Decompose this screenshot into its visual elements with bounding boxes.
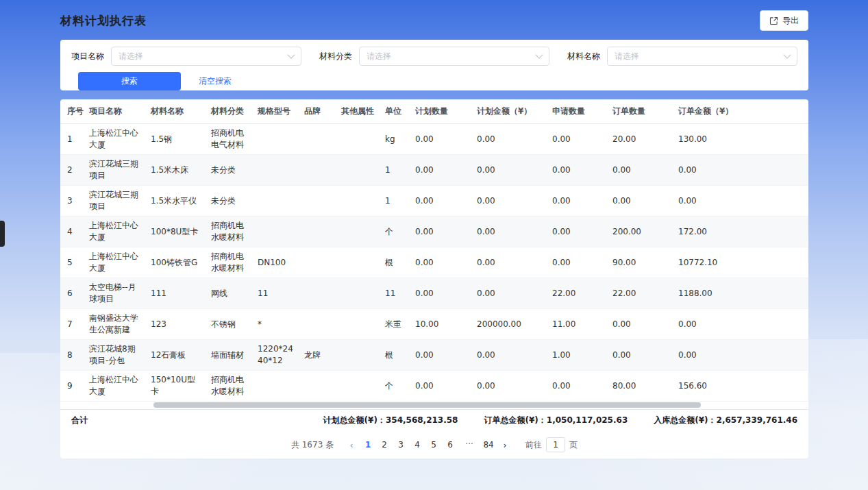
table-cell: 网线: [206, 278, 252, 309]
table-cell: [336, 217, 380, 247]
column-header-5: 品牌: [299, 99, 336, 124]
table-cell: 滨江花城三期项目: [84, 186, 145, 217]
next-page-button[interactable]: ›: [497, 437, 513, 453]
table-cell: 0.00: [547, 155, 607, 186]
filter-select-1[interactable]: 请选择: [359, 47, 549, 66]
chevron-down-icon: [287, 51, 295, 58]
table-cell: 未分类: [206, 155, 252, 186]
select-placeholder-0: 请选择: [119, 51, 143, 62]
table-cell: 0.00: [607, 309, 673, 340]
topbar: 材料计划执行表 导出: [60, 9, 808, 32]
table-cell: 招商机电电气材料: [206, 124, 252, 155]
table-cell: 0.00: [410, 340, 471, 371]
table-cell: 123: [145, 309, 206, 340]
table-cell: 1.5钢: [145, 124, 206, 155]
table-cell: 4: [60, 217, 84, 247]
table-cell: 未分类: [206, 186, 252, 217]
table-cell: 南钢盛达大学生公寓新建: [84, 309, 145, 340]
app-root: 材料计划执行表 导出 项目名称请选择材料分类请选择材料名称请选择 搜索 清空搜索: [0, 0, 868, 490]
table-row: 2滨江花城三期项目1.5米木床未分类10.000.000.000.000.00: [60, 155, 808, 186]
table-cell: 0.00: [607, 340, 673, 371]
page-title: 材料计划执行表: [60, 13, 147, 29]
goto-suffix-label: 页: [569, 439, 578, 451]
table-cell: [299, 247, 336, 278]
table-cell: 1: [380, 155, 410, 186]
column-header-0: 序号: [60, 99, 84, 124]
table-cell: 个: [380, 217, 410, 247]
summary-item-value-0: 354,568,213.58: [386, 415, 458, 425]
page-button-3[interactable]: 3: [393, 437, 409, 453]
pagination-ellipsis: ...: [458, 437, 480, 453]
table-cell: 22.00: [607, 278, 673, 309]
table-cell: 200000.00: [471, 309, 547, 340]
table-cell: [252, 155, 299, 186]
chevron-down-icon: [535, 51, 543, 58]
horizontal-scrollbar-thumb[interactable]: [153, 402, 701, 408]
table-cell: 1.00: [547, 340, 607, 371]
table-cell: 0.00: [471, 278, 547, 309]
export-button[interactable]: 导出: [760, 10, 808, 31]
page-button-2[interactable]: 2: [376, 437, 393, 453]
summary-item-value-1: 1,050,117,025.63: [547, 415, 628, 425]
table-row: 7南钢盛达大学生公寓新建123不锈钢*米重10.00200000.0011.00…: [60, 309, 808, 340]
summary-item-label-2: 入库总金额(¥)：: [654, 415, 716, 425]
page-button-4[interactable]: 4: [409, 437, 425, 453]
filter-group-1: 材料分类请选择: [319, 47, 549, 66]
table-cell: 太空电梯--月球项目: [84, 278, 145, 309]
filter-label-2: 材料名称: [567, 51, 600, 62]
filter-label-1: 材料分类: [319, 51, 352, 62]
table-cell: 0.00: [410, 217, 471, 247]
table-cell: [336, 247, 380, 278]
filter-select-2[interactable]: 请选择: [607, 47, 797, 66]
clear-search-link[interactable]: 清空搜索: [199, 75, 232, 87]
column-header-10: 申请数量: [547, 99, 607, 124]
table-cell: 172.00: [673, 217, 808, 247]
filter-label-0: 项目名称: [71, 51, 104, 62]
page-button-6[interactable]: 6: [442, 437, 458, 453]
table-cell: 0.00: [410, 278, 471, 309]
table-cell: 0.00: [471, 217, 547, 247]
page-button-1[interactable]: 1: [360, 437, 376, 453]
filter-select-0[interactable]: 请选择: [111, 47, 301, 66]
table-cell: [252, 124, 299, 155]
table-cell: 根: [380, 247, 410, 278]
goto-page-input[interactable]: [546, 437, 565, 452]
filter-fields-row: 项目名称请选择材料分类请选择材料名称请选择: [71, 47, 797, 66]
select-placeholder-2: 请选择: [615, 51, 639, 62]
table-cell: 0.00: [673, 309, 808, 340]
table-cell: 米重: [380, 309, 410, 340]
page-button-84[interactable]: 84: [480, 437, 497, 453]
table-cell: 上海松江中心大厦: [84, 124, 145, 155]
filter-actions: 搜索 清空搜索: [71, 72, 797, 90]
table-cell: 个: [380, 371, 410, 402]
table-row: 5上海松江中心大厦100铸铁管G招商机电水暖材料DN100根0.000.000.…: [60, 247, 808, 278]
table-cell: 0.00: [410, 155, 471, 186]
column-header-11: 订单数量: [607, 99, 673, 124]
pagination: 共 1673 条 ‹ 123456...84 › 前往 页: [60, 432, 808, 458]
export-button-label: 导出: [782, 15, 799, 27]
table-cell: 1188.00: [673, 278, 808, 309]
table-cell: 不锈钢: [206, 309, 252, 340]
search-button[interactable]: 搜索: [78, 72, 181, 90]
column-header-4: 规格型号: [252, 99, 299, 124]
column-header-7: 单位: [380, 99, 410, 124]
table-cell: [336, 124, 380, 155]
table-cell: 100铸铁管G: [145, 247, 206, 278]
page-button-5[interactable]: 5: [425, 437, 442, 453]
table-cell: 80.00: [607, 371, 673, 402]
table-cell: 1: [380, 186, 410, 217]
table-panel: 序号项目名称材料名称材料分类规格型号品牌其他属性单位计划数量计划金额（¥）申请数…: [60, 99, 808, 458]
table-cell: 0.00: [471, 247, 547, 278]
prev-page-button[interactable]: ‹: [343, 437, 360, 453]
column-header-1: 项目名称: [84, 99, 145, 124]
table-cell: 2: [60, 155, 84, 186]
table-cell: [252, 217, 299, 247]
filter-group-0: 项目名称请选择: [71, 47, 301, 66]
table-cell: 0.00: [673, 186, 808, 217]
column-header-9: 计划金额（¥）: [471, 99, 547, 124]
table-cell: 滨江花城三期项目: [84, 155, 145, 186]
drawer-handle[interactable]: [0, 221, 5, 247]
table-header-row: 序号项目名称材料名称材料分类规格型号品牌其他属性单位计划数量计划金额（¥）申请数…: [60, 99, 808, 124]
table-cell: 0.00: [410, 371, 471, 402]
table-cell: 0.00: [471, 155, 547, 186]
